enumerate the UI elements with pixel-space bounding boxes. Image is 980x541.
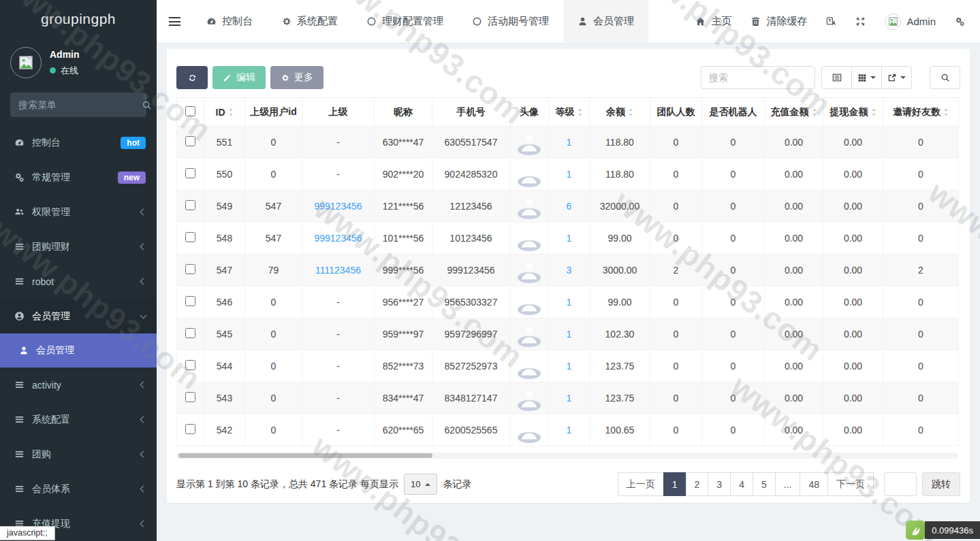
cell-level: 1 [549,350,590,382]
horizontal-scrollbar-thumb[interactable] [178,453,432,458]
row-checkbox[interactable] [185,392,195,402]
cell-parent-link[interactable]: 111123456 [315,265,361,276]
edit-button[interactable]: 编辑 [212,66,266,89]
row-checkbox[interactable] [185,200,195,210]
column-header[interactable]: 上级用户id [245,98,302,127]
row-checkbox[interactable] [185,232,195,242]
sidebar-item-groupbuy[interactable]: 团购 [0,437,157,472]
refresh-button[interactable] [176,66,208,89]
detail-view-button[interactable] [821,66,852,89]
row-checkbox[interactable] [185,264,195,274]
topnav-admin-user[interactable]: Admin [875,0,945,43]
select-all-checkbox[interactable] [185,106,195,116]
page-button-3[interactable]: 3 [708,472,731,496]
cell-level-link[interactable]: 1 [567,233,572,244]
column-header[interactable]: 昵称 [375,98,432,127]
column-header[interactable]: 手机号 [432,98,510,127]
column-header[interactable]: 余额 [590,98,650,127]
cell-level-link[interactable]: 1 [567,137,572,148]
hamburger-menu-icon[interactable] [157,0,192,43]
page-button-上一页[interactable]: 上一页 [618,472,664,496]
topnav-home[interactable]: 主页 [686,0,741,43]
page-button-...[interactable]: ... [775,472,801,496]
column-header[interactable]: 是否机器人 [702,98,765,127]
cell-level-link[interactable]: 3 [567,265,572,276]
row-checkbox[interactable] [185,296,195,306]
column-header[interactable]: 提现金额 [823,98,883,127]
page-button-下一页[interactable]: 下一页 [827,472,874,496]
column-header[interactable]: 充值金额 [765,98,823,127]
columns-button[interactable] [851,66,882,89]
column-header[interactable]: 团队人数 [650,98,702,127]
cell-level-link[interactable]: 1 [567,297,572,308]
cell-parent: - [302,159,375,191]
page-button-48[interactable]: 48 [800,472,828,496]
more-button[interactable]: 更多 [270,66,323,89]
cell-parent-link[interactable]: 999123456 [314,201,362,212]
sidebar-item-label: 权限管理 [32,206,70,218]
row-checkbox[interactable] [185,360,195,370]
sidebar-item-system-config[interactable]: 系统配置 [0,402,157,437]
page-button-5[interactable]: 5 [753,472,776,496]
table-search-input[interactable] [701,66,815,89]
avatar [518,336,541,347]
sidebar-item-permission-manage[interactable]: 权限管理 [0,195,157,229]
sidebar-item-label: 控制台 [32,137,61,149]
avatar [518,144,541,155]
topnav-right: 主页清除缓存Admin [686,0,980,43]
row-checkbox[interactable] [185,136,195,146]
sidebar-item-member-system[interactable]: 会员体系 [0,472,157,506]
sidebar-search-input[interactable] [18,99,142,110]
column-header-label: 手机号 [457,106,486,118]
export-button[interactable] [881,66,912,89]
cell-parent-link[interactable]: 999123456 [314,233,362,244]
column-header[interactable]: 邀请好友数 [883,98,959,127]
cell-level-link[interactable]: 6 [567,201,572,212]
topnav-item-finance-config[interactable]: 理财配置管理 [352,0,458,43]
cell-level-link[interactable]: 1 [567,361,572,372]
page-size-select[interactable]: 10 [404,474,437,495]
topnav-fullscreen[interactable] [846,0,875,43]
page-button-2[interactable]: 2 [686,472,709,496]
cell-nickname: 630****47 [375,127,432,159]
cell-parent-id: 0 [245,159,302,191]
topnav-item-dashboard[interactable]: 控制台 [192,0,267,43]
cell-phone: 9565303327 [432,286,510,318]
cell-level-link[interactable]: 1 [567,329,572,340]
cell-level-link[interactable]: 1 [567,169,572,180]
column-header[interactable]: 上级 [302,98,375,127]
sidebar-item-robot[interactable]: robot [0,264,157,299]
topnav-settings[interactable] [945,0,975,43]
row-checkbox[interactable] [185,168,195,178]
sidebar-item-general-manage[interactable]: 常规管理new [0,160,157,195]
sort-icon [943,108,949,117]
sidebar-item-member-manage[interactable]: 会员管理 [0,299,157,333]
page-button-4[interactable]: 4 [730,472,753,496]
topnav-item-system-config[interactable]: 系统配置 [267,0,352,43]
topnav-item-activity-issue[interactable]: 活动期号管理 [458,0,563,43]
row-checkbox[interactable] [185,328,195,338]
chevron-left-icon [140,521,147,527]
sidebar-item-dashboard[interactable]: 控制台hot [0,125,157,160]
sidebar-subitem-member-manage-sub[interactable]: 会员管理 [0,333,157,367]
page-button-1[interactable]: 1 [663,472,686,496]
list-icon [14,414,25,425]
list-icon [14,484,25,494]
page-jump-button[interactable]: 跳转 [922,472,960,496]
sidebar-item-groupbuy-finance[interactable]: 团购理财 [0,229,157,264]
sidebar-item-activity[interactable]: activity [0,367,157,402]
column-header[interactable]: 头像 [510,98,549,127]
page-jump-input[interactable] [884,472,917,496]
topnav-language[interactable] [817,0,846,43]
search-button[interactable] [930,66,960,89]
cell-level-link[interactable]: 1 [567,425,572,436]
column-header[interactable]: ID [204,98,245,127]
table-header-row: ID上级用户id上级昵称手机号头像等级余额团队人数是否机器人充值金额提现金额邀请… [177,98,959,127]
column-header[interactable]: 等级 [549,98,590,127]
topnav-clear-cache[interactable]: 清除缓存 [741,0,817,43]
topnav-item-label: 活动期号管理 [488,15,549,28]
avatar [518,368,541,379]
row-checkbox[interactable] [185,424,195,434]
topnav-item-member-manage[interactable]: 会员管理 [563,0,648,43]
cell-level-link[interactable]: 1 [567,393,572,404]
